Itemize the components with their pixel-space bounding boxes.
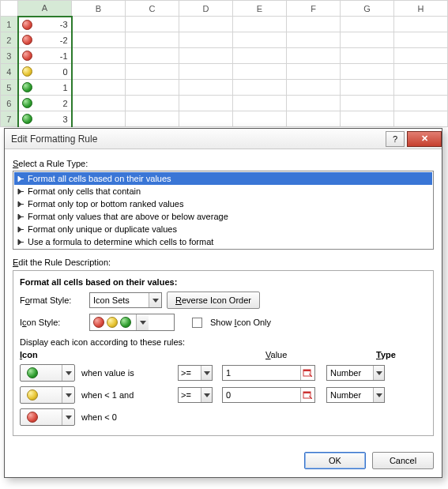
cell[interactable] bbox=[179, 32, 233, 48]
operator-combo[interactable]: >= bbox=[178, 387, 213, 403]
cell[interactable] bbox=[287, 17, 341, 32]
cell[interactable] bbox=[341, 111, 394, 127]
icon-picker[interactable] bbox=[20, 408, 75, 426]
col-header-e[interactable]: E bbox=[233, 1, 287, 17]
col-header-b[interactable]: B bbox=[72, 1, 126, 17]
icon-picker[interactable] bbox=[20, 364, 75, 382]
format-style-combo[interactable]: Icon Sets bbox=[89, 292, 162, 308]
col-header-c[interactable]: C bbox=[126, 1, 179, 17]
rule-type-item[interactable]: Format only values that are above or bel… bbox=[14, 210, 432, 223]
cell[interactable] bbox=[72, 17, 126, 32]
select-all-corner[interactable] bbox=[1, 1, 18, 17]
cell[interactable] bbox=[287, 48, 341, 64]
rule-type-list[interactable]: Format all cells based on their valuesFo… bbox=[13, 171, 434, 250]
col-header-f[interactable]: F bbox=[287, 1, 341, 17]
cell[interactable]: 3 bbox=[18, 111, 72, 127]
cell[interactable] bbox=[394, 80, 448, 96]
cell[interactable] bbox=[287, 96, 341, 111]
col-header-a[interactable]: A bbox=[18, 1, 72, 17]
cell[interactable] bbox=[126, 111, 179, 127]
row-header[interactable]: 6 bbox=[1, 96, 18, 111]
cell[interactable] bbox=[394, 64, 448, 80]
help-button[interactable]: ? bbox=[386, 131, 405, 147]
cell[interactable] bbox=[179, 17, 233, 32]
type-combo[interactable]: Number bbox=[326, 365, 385, 381]
cell[interactable] bbox=[126, 32, 179, 48]
dialog-titlebar[interactable]: Edit Formatting Rule ? ✕ bbox=[5, 129, 442, 149]
col-header-d[interactable]: D bbox=[179, 1, 233, 17]
cell[interactable] bbox=[341, 17, 394, 32]
cell[interactable] bbox=[394, 17, 448, 32]
cell[interactable] bbox=[287, 111, 341, 127]
cell[interactable] bbox=[126, 96, 179, 111]
cell[interactable] bbox=[287, 64, 341, 80]
rule-type-item[interactable]: Use a formula to determine which cells t… bbox=[14, 235, 432, 248]
cell[interactable] bbox=[341, 96, 394, 111]
value-input[interactable]: 0 bbox=[222, 387, 315, 403]
cell[interactable] bbox=[72, 96, 126, 111]
row-header[interactable]: 5 bbox=[1, 80, 18, 96]
cell[interactable] bbox=[72, 48, 126, 64]
cell[interactable] bbox=[72, 64, 126, 80]
cancel-button[interactable]: Cancel bbox=[372, 452, 434, 469]
cell[interactable] bbox=[126, 48, 179, 64]
rule-type-item[interactable]: Format only top or bottom ranked values bbox=[14, 197, 432, 210]
row-header[interactable]: 7 bbox=[1, 111, 18, 127]
cell[interactable] bbox=[179, 48, 233, 64]
operator-combo[interactable]: >= bbox=[178, 365, 213, 381]
cell[interactable] bbox=[287, 80, 341, 96]
cell[interactable] bbox=[126, 80, 179, 96]
row-header[interactable]: 2 bbox=[1, 32, 18, 48]
range-selector-icon[interactable] bbox=[300, 388, 314, 402]
cell[interactable]: -2 bbox=[18, 32, 72, 48]
cell[interactable] bbox=[233, 111, 287, 127]
cell[interactable] bbox=[72, 111, 126, 127]
cell[interactable] bbox=[233, 64, 287, 80]
cell[interactable] bbox=[394, 96, 448, 111]
cell[interactable]: 2 bbox=[18, 96, 72, 111]
cell[interactable] bbox=[233, 17, 287, 32]
cell[interactable] bbox=[126, 64, 179, 80]
cell[interactable] bbox=[233, 96, 287, 111]
col-header-h[interactable]: H bbox=[394, 1, 448, 17]
cell[interactable] bbox=[72, 32, 126, 48]
cell[interactable] bbox=[179, 111, 233, 127]
rule-type-item[interactable]: Format only cells that contain bbox=[14, 185, 432, 197]
cell[interactable] bbox=[72, 80, 126, 96]
cell[interactable] bbox=[179, 96, 233, 111]
cell[interactable] bbox=[287, 32, 341, 48]
ok-button[interactable]: OK bbox=[304, 452, 366, 469]
cell[interactable]: -1 bbox=[18, 48, 72, 64]
cell[interactable] bbox=[394, 111, 448, 127]
cell[interactable] bbox=[179, 64, 233, 80]
cell[interactable] bbox=[394, 32, 448, 48]
row-header[interactable]: 4 bbox=[1, 64, 18, 80]
cell[interactable]: 0 bbox=[18, 64, 72, 80]
cell[interactable] bbox=[179, 80, 233, 96]
col-header-g[interactable]: G bbox=[341, 1, 394, 17]
value-input[interactable]: 1 bbox=[222, 365, 315, 381]
icon-style-combo[interactable] bbox=[89, 314, 175, 331]
cell[interactable] bbox=[341, 64, 394, 80]
cell[interactable] bbox=[233, 32, 287, 48]
show-icon-only-checkbox[interactable] bbox=[192, 318, 202, 328]
row-header[interactable]: 3 bbox=[1, 48, 18, 64]
reverse-icon-order-button[interactable]: Reverse Icon Order bbox=[167, 292, 260, 309]
cell[interactable]: -3 bbox=[18, 17, 72, 32]
cell[interactable] bbox=[341, 80, 394, 96]
range-selector-icon[interactable] bbox=[300, 366, 314, 380]
type-combo[interactable]: Number bbox=[326, 387, 385, 403]
cell[interactable] bbox=[341, 32, 394, 48]
cell[interactable]: 1 bbox=[18, 80, 72, 96]
cell[interactable] bbox=[233, 48, 287, 64]
cell[interactable] bbox=[394, 48, 448, 64]
row-header[interactable]: 1 bbox=[1, 17, 18, 32]
cell[interactable] bbox=[341, 48, 394, 64]
rule-type-item[interactable]: Format only unique or duplicate values bbox=[14, 223, 432, 235]
icon-picker[interactable] bbox=[20, 386, 75, 404]
spreadsheet-grid[interactable]: A B C D E F G H 1-32-23-140516273 bbox=[0, 0, 448, 127]
cell[interactable] bbox=[233, 80, 287, 96]
cell[interactable] bbox=[126, 17, 179, 32]
rule-type-item[interactable]: Format all cells based on their values bbox=[14, 172, 432, 185]
close-button[interactable]: ✕ bbox=[407, 131, 442, 147]
